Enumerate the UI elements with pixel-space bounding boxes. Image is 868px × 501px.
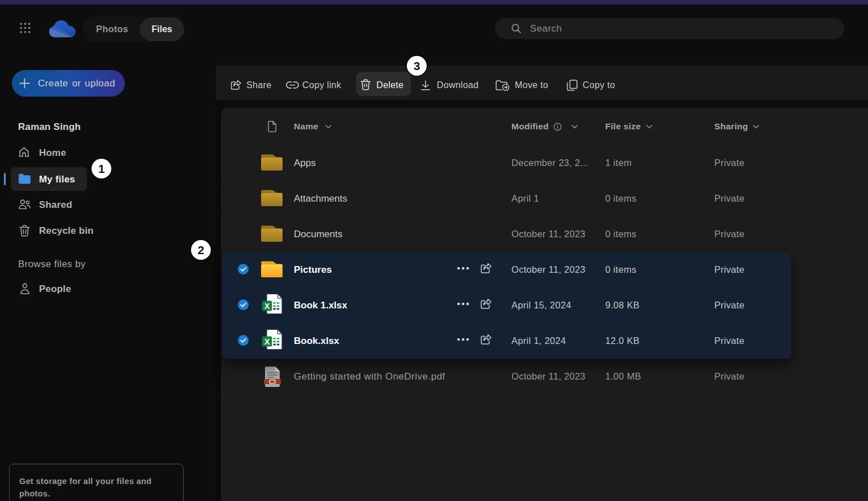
svg-text:X: X — [264, 302, 270, 311]
svg-text:X: X — [264, 337, 270, 346]
